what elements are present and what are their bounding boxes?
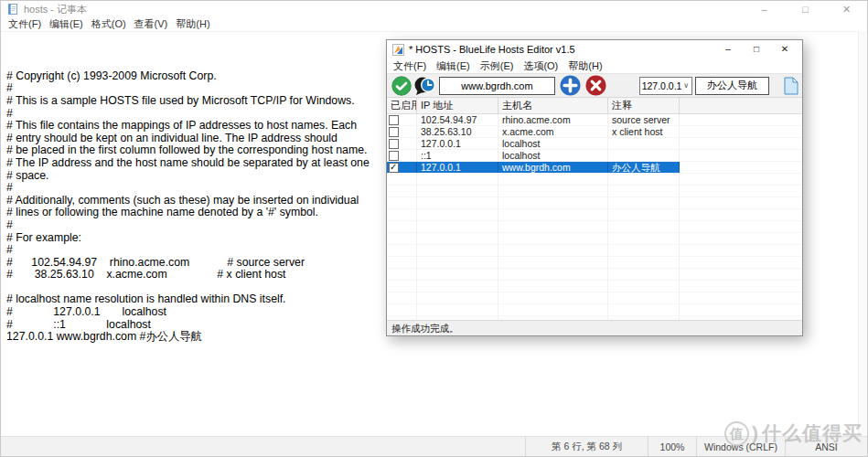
hosts-editor-statusbar: 操作成功完成。 [387, 320, 802, 335]
row-enabled-checkbox[interactable] [389, 163, 399, 173]
notepad-window-controls: – □ ✕ [744, 1, 867, 17]
column-header-hostname[interactable]: 主机名 [498, 98, 608, 113]
notepad-menu-item[interactable]: 查看(V) [134, 17, 168, 31]
hosts-editor-menubar: 文件(F)编辑(E)示例(E)选项(O)帮助(H) [387, 58, 802, 73]
row-enabled-checkbox[interactable] [389, 151, 399, 161]
ip-address-select[interactable]: 127.0.0.1 ∨ [639, 77, 692, 95]
notepad-scrollbar[interactable] [858, 31, 866, 436]
row-comment-cell: 办公人导航 [608, 162, 680, 173]
hosts-table-row[interactable]: ::1 localhost [387, 150, 802, 162]
open-hosts-file-icon[interactable] [784, 77, 798, 95]
row-hostname-cell: localhost [498, 138, 608, 149]
hosts-editor-window-controls: – □ ✕ [716, 40, 797, 58]
row-blank-cell [680, 150, 802, 161]
row-comment-cell [608, 150, 680, 161]
notepad-menu-item[interactable]: 帮助(H) [176, 17, 209, 31]
hosts-table-rows: 102.54.94.97 rhino.acme.com source serve… [387, 114, 802, 174]
column-header-enabled[interactable]: 已启用 [387, 98, 417, 113]
hosts-table: 已启用 IP 地址 主机名 注释 102.54.94.97 rhino.acme… [387, 98, 802, 320]
row-enabled-cell [387, 162, 417, 173]
ip-address-selected-value: 127.0.0.1 [640, 80, 683, 91]
row-enabled-checkbox[interactable] [389, 127, 399, 137]
row-enabled-checkbox[interactable] [389, 139, 399, 149]
statusbar-spacer [1, 437, 525, 456]
row-hostname-cell: localhost [498, 150, 608, 161]
row-blank-cell [680, 114, 802, 125]
bluelife-app-icon [392, 44, 404, 56]
column-header-comment[interactable]: 注释 [608, 98, 680, 113]
row-enabled-cell [387, 114, 417, 125]
row-ip-cell: 38.25.63.10 [417, 126, 498, 137]
notepad-menu-item[interactable]: 编辑(E) [49, 17, 83, 31]
watermark-paren: ) [752, 422, 759, 444]
row-enabled-cell [387, 138, 417, 149]
notepad-window-title: hosts - 记事本 [24, 3, 87, 16]
hosts-editor-toolbar: 127.0.0.1 ∨ [387, 73, 802, 98]
hosts-editor-menu-item[interactable]: 示例(E) [480, 59, 514, 73]
hosts-table-header: 已启用 IP 地址 主机名 注释 [387, 98, 802, 114]
row-comment-cell: source server [608, 114, 680, 125]
notepad-titlebar: hosts - 记事本 – □ ✕ [1, 1, 867, 17]
row-ip-cell: 102.54.94.97 [417, 114, 498, 125]
row-hostname-cell: x.acme.com [498, 126, 608, 137]
statusbar-zoom-level: 100% [648, 437, 696, 456]
hosts-editor-close-button[interactable]: ✕ [773, 40, 797, 58]
row-enabled-cell [387, 150, 417, 161]
comment-input[interactable] [695, 77, 769, 95]
hosts-editor-titlebar: * HOSTS - BlueLife Hosts Editor v1.5 – □… [387, 40, 802, 58]
row-ip-cell: ::1 [417, 150, 498, 161]
watermark: 值)什么值得买 [724, 420, 863, 446]
notepad-minimize-button[interactable]: – [744, 1, 785, 17]
notepad-app-icon [7, 3, 18, 16]
notepad-maximize-button[interactable]: □ [785, 1, 826, 17]
delete-entry-icon[interactable] [585, 75, 606, 96]
hosts-table-row[interactable]: 38.25.63.10 x.acme.com x client host [387, 126, 802, 138]
host-name-input[interactable] [439, 77, 555, 95]
history-clock-icon[interactable] [414, 76, 436, 96]
notepad-close-button[interactable]: ✕ [826, 1, 867, 17]
row-hostname-cell: www.bgrdh.com [498, 162, 608, 173]
row-blank-cell [680, 138, 802, 149]
hosts-table-empty-area [387, 174, 802, 320]
notepad-menu-item[interactable]: 格式(O) [91, 17, 126, 31]
column-header-blank [680, 98, 802, 113]
hosts-editor-maximize-button[interactable]: □ [745, 40, 768, 58]
row-blank-cell [680, 126, 802, 137]
hosts-table-row[interactable]: 127.0.0.1 localhost [387, 138, 802, 150]
notepad-menubar: 文件(F)编辑(E)格式(O)查看(V)帮助(H) [1, 17, 867, 32]
column-header-ip[interactable]: IP 地址 [417, 98, 498, 113]
row-comment-cell [608, 138, 680, 149]
row-ip-cell: 127.0.0.1 [417, 162, 498, 173]
row-comment-cell: x client host [608, 126, 680, 137]
hosts-editor-menu-item[interactable]: 编辑(E) [436, 59, 470, 73]
hosts-editor-minimize-button[interactable]: – [716, 40, 740, 58]
row-hostname-cell: rhino.acme.com [498, 114, 608, 125]
notepad-menu-item[interactable]: 文件(F) [8, 17, 41, 31]
add-entry-icon[interactable] [560, 75, 581, 96]
hosts-editor-window: * HOSTS - BlueLife Hosts Editor v1.5 – □… [386, 39, 803, 336]
hosts-editor-menu-item[interactable]: 文件(F) [393, 59, 426, 73]
row-enabled-cell [387, 126, 417, 137]
row-enabled-checkbox[interactable] [389, 115, 399, 125]
hosts-table-row[interactable]: 127.0.0.1 www.bgrdh.com 办公人导航 [387, 162, 802, 174]
hosts-editor-window-title: * HOSTS - BlueLife Hosts Editor v1.5 [409, 44, 575, 55]
hosts-editor-menu-item[interactable]: 选项(O) [523, 59, 558, 73]
watermark-text: 什么值得买 [762, 420, 863, 446]
statusbar-line-col: 第 6 行, 第 68 列 [525, 437, 648, 456]
hosts-table-row[interactable]: 102.54.94.97 rhino.acme.com source serve… [387, 114, 802, 126]
watermark-logo: 值 [724, 421, 749, 446]
apply-check-icon[interactable] [391, 76, 412, 96]
row-ip-cell: 127.0.0.1 [417, 138, 498, 149]
row-blank-cell [680, 162, 802, 173]
chevron-down-icon: ∨ [683, 81, 689, 90]
hosts-editor-menu-item[interactable]: 帮助(H) [568, 59, 602, 73]
